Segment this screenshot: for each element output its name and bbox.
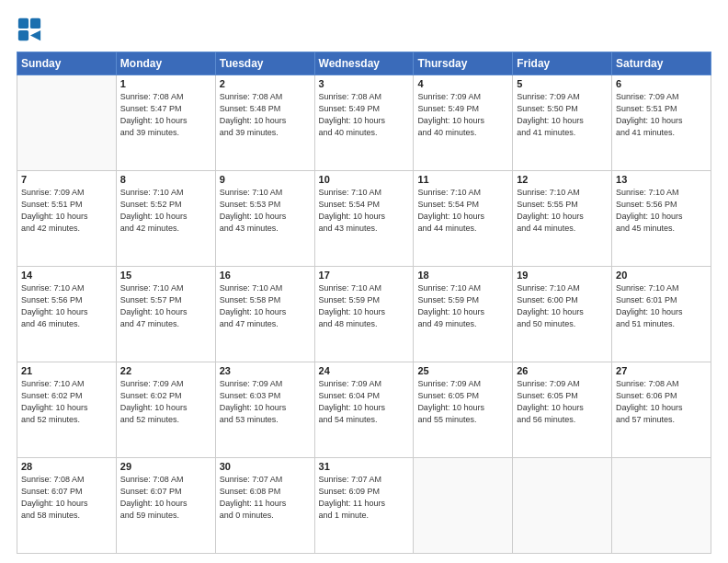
- table-row: 25Sunrise: 7:09 AMSunset: 6:05 PMDayligh…: [414, 362, 513, 458]
- calendar-week-row: 28Sunrise: 7:08 AMSunset: 6:07 PMDayligh…: [17, 458, 711, 554]
- day-info: Sunrise: 7:10 AMSunset: 6:02 PMDaylight:…: [21, 378, 112, 426]
- day-number: 6: [616, 78, 707, 89]
- day-info: Sunrise: 7:09 AMSunset: 6:03 PMDaylight:…: [220, 378, 311, 426]
- page: SundayMondayTuesdayWednesdayThursdayFrid…: [0, 0, 728, 563]
- table-row: [17, 75, 117, 171]
- day-info: Sunrise: 7:09 AMSunset: 5:50 PMDaylight:…: [517, 91, 608, 139]
- table-row: 1Sunrise: 7:08 AMSunset: 5:47 PMDaylight…: [116, 75, 215, 171]
- day-info: Sunrise: 7:10 AMSunset: 5:53 PMDaylight:…: [220, 187, 311, 235]
- day-info: Sunrise: 7:07 AMSunset: 6:08 PMDaylight:…: [220, 474, 311, 522]
- day-number: 29: [120, 461, 211, 472]
- svg-marker-3: [30, 30, 40, 40]
- day-number: 16: [220, 270, 311, 281]
- calendar-day-header: Wednesday: [314, 52, 414, 75]
- table-row: 24Sunrise: 7:09 AMSunset: 6:04 PMDayligh…: [314, 362, 414, 458]
- day-number: 13: [616, 174, 707, 185]
- day-number: 30: [220, 461, 311, 472]
- calendar-week-row: 7Sunrise: 7:09 AMSunset: 5:51 PMDaylight…: [17, 171, 711, 267]
- table-row: 2Sunrise: 7:08 AMSunset: 5:48 PMDaylight…: [215, 75, 314, 171]
- day-number: 3: [319, 78, 410, 89]
- table-row: 16Sunrise: 7:10 AMSunset: 5:58 PMDayligh…: [215, 267, 314, 362]
- table-row: [513, 458, 612, 554]
- table-row: 5Sunrise: 7:09 AMSunset: 5:50 PMDaylight…: [513, 75, 612, 171]
- calendar-day-header: Tuesday: [215, 52, 314, 75]
- day-info: Sunrise: 7:10 AMSunset: 5:52 PMDaylight:…: [120, 187, 211, 235]
- table-row: 22Sunrise: 7:09 AMSunset: 6:02 PMDayligh…: [116, 362, 215, 458]
- day-number: 10: [319, 174, 410, 185]
- day-info: Sunrise: 7:10 AMSunset: 6:00 PMDaylight:…: [517, 282, 608, 330]
- day-number: 1: [120, 78, 211, 89]
- calendar-week-row: 14Sunrise: 7:10 AMSunset: 5:56 PMDayligh…: [17, 267, 711, 362]
- day-info: Sunrise: 7:10 AMSunset: 5:54 PMDaylight:…: [319, 187, 410, 235]
- day-number: 8: [120, 174, 211, 185]
- day-info: Sunrise: 7:08 AMSunset: 5:48 PMDaylight:…: [220, 91, 311, 139]
- logo-icon: [17, 17, 42, 42]
- table-row: 11Sunrise: 7:10 AMSunset: 5:54 PMDayligh…: [414, 171, 513, 267]
- calendar-day-header: Friday: [513, 52, 612, 75]
- calendar-day-header: Saturday: [612, 52, 711, 75]
- table-row: 10Sunrise: 7:10 AMSunset: 5:54 PMDayligh…: [314, 171, 414, 267]
- table-row: 14Sunrise: 7:10 AMSunset: 5:56 PMDayligh…: [17, 267, 117, 362]
- table-row: 18Sunrise: 7:10 AMSunset: 5:59 PMDayligh…: [414, 267, 513, 362]
- table-row: 7Sunrise: 7:09 AMSunset: 5:51 PMDaylight…: [17, 171, 117, 267]
- day-number: 23: [220, 365, 311, 376]
- logo: [17, 17, 46, 42]
- day-info: Sunrise: 7:08 AMSunset: 5:47 PMDaylight:…: [120, 91, 211, 139]
- table-row: 29Sunrise: 7:08 AMSunset: 6:07 PMDayligh…: [116, 458, 215, 554]
- day-number: 21: [21, 365, 112, 376]
- day-info: Sunrise: 7:10 AMSunset: 5:59 PMDaylight:…: [319, 282, 410, 330]
- day-number: 15: [120, 270, 211, 281]
- day-number: 5: [517, 78, 608, 89]
- day-info: Sunrise: 7:08 AMSunset: 6:07 PMDaylight:…: [120, 474, 211, 522]
- calendar-week-row: 1Sunrise: 7:08 AMSunset: 5:47 PMDaylight…: [17, 75, 711, 171]
- day-info: Sunrise: 7:09 AMSunset: 6:05 PMDaylight:…: [517, 378, 608, 426]
- table-row: [612, 458, 711, 554]
- day-number: 27: [616, 365, 707, 376]
- day-number: 20: [616, 270, 707, 281]
- calendar-header-row: SundayMondayTuesdayWednesdayThursdayFrid…: [17, 52, 711, 75]
- table-row: 13Sunrise: 7:10 AMSunset: 5:56 PMDayligh…: [612, 171, 711, 267]
- day-info: Sunrise: 7:10 AMSunset: 5:55 PMDaylight:…: [517, 187, 608, 235]
- day-number: 17: [319, 270, 410, 281]
- svg-rect-1: [30, 18, 40, 29]
- table-row: 17Sunrise: 7:10 AMSunset: 5:59 PMDayligh…: [314, 267, 414, 362]
- table-row: 15Sunrise: 7:10 AMSunset: 5:57 PMDayligh…: [116, 267, 215, 362]
- table-row: 9Sunrise: 7:10 AMSunset: 5:53 PMDaylight…: [215, 171, 314, 267]
- day-info: Sunrise: 7:10 AMSunset: 5:59 PMDaylight:…: [417, 282, 508, 330]
- day-number: 14: [21, 270, 112, 281]
- day-number: 26: [517, 365, 608, 376]
- table-row: 19Sunrise: 7:10 AMSunset: 6:00 PMDayligh…: [513, 267, 612, 362]
- day-info: Sunrise: 7:07 AMSunset: 6:09 PMDaylight:…: [319, 474, 410, 522]
- svg-rect-2: [18, 30, 28, 40]
- day-number: 31: [319, 461, 410, 472]
- day-number: 18: [417, 270, 508, 281]
- day-info: Sunrise: 7:09 AMSunset: 5:51 PMDaylight:…: [21, 187, 112, 235]
- table-row: 26Sunrise: 7:09 AMSunset: 6:05 PMDayligh…: [513, 362, 612, 458]
- calendar-day-header: Thursday: [414, 52, 513, 75]
- day-info: Sunrise: 7:10 AMSunset: 5:58 PMDaylight:…: [220, 282, 311, 330]
- table-row: 30Sunrise: 7:07 AMSunset: 6:08 PMDayligh…: [215, 458, 314, 554]
- table-row: 6Sunrise: 7:09 AMSunset: 5:51 PMDaylight…: [612, 75, 711, 171]
- table-row: 8Sunrise: 7:10 AMSunset: 5:52 PMDaylight…: [116, 171, 215, 267]
- day-number: 24: [319, 365, 410, 376]
- day-info: Sunrise: 7:09 AMSunset: 6:04 PMDaylight:…: [319, 378, 410, 426]
- table-row: [414, 458, 513, 554]
- day-info: Sunrise: 7:10 AMSunset: 5:56 PMDaylight:…: [616, 187, 707, 235]
- day-info: Sunrise: 7:10 AMSunset: 6:01 PMDaylight:…: [616, 282, 707, 330]
- day-number: 19: [517, 270, 608, 281]
- day-number: 25: [417, 365, 508, 376]
- day-info: Sunrise: 7:09 AMSunset: 6:02 PMDaylight:…: [120, 378, 211, 426]
- day-number: 4: [417, 78, 508, 89]
- calendar: SundayMondayTuesdayWednesdayThursdayFrid…: [17, 52, 711, 554]
- table-row: 4Sunrise: 7:09 AMSunset: 5:49 PMDaylight…: [414, 75, 513, 171]
- day-info: Sunrise: 7:08 AMSunset: 5:49 PMDaylight:…: [319, 91, 410, 139]
- table-row: 3Sunrise: 7:08 AMSunset: 5:49 PMDaylight…: [314, 75, 414, 171]
- table-row: 21Sunrise: 7:10 AMSunset: 6:02 PMDayligh…: [17, 362, 117, 458]
- day-number: 12: [517, 174, 608, 185]
- day-info: Sunrise: 7:10 AMSunset: 5:54 PMDaylight:…: [417, 187, 508, 235]
- day-number: 7: [21, 174, 112, 185]
- day-number: 2: [220, 78, 311, 89]
- day-number: 28: [21, 461, 112, 472]
- day-number: 22: [120, 365, 211, 376]
- day-info: Sunrise: 7:08 AMSunset: 6:06 PMDaylight:…: [616, 378, 707, 426]
